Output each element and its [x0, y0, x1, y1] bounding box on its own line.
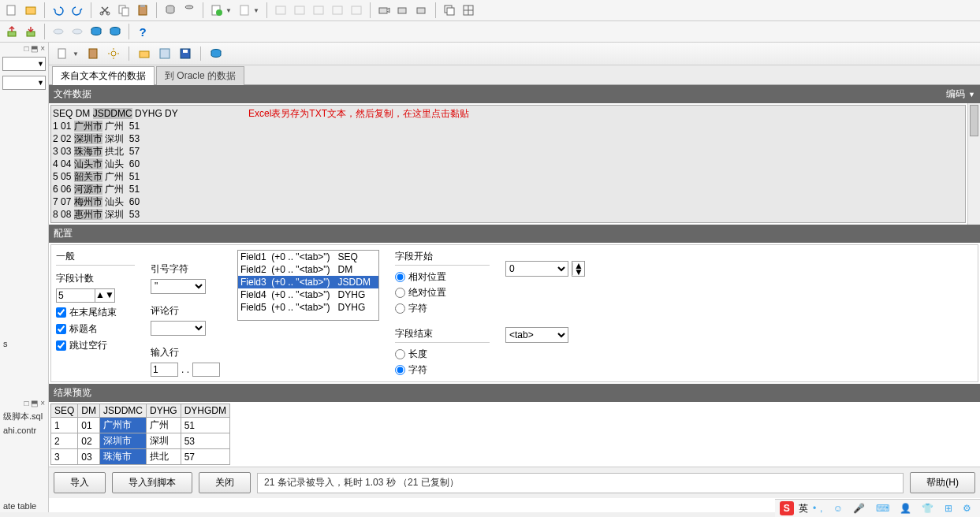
preview-col-header[interactable]: DYHG	[147, 404, 181, 418]
sql2-icon[interactable]	[69, 23, 86, 40]
export-icon[interactable]	[3, 23, 20, 40]
import-script-button[interactable]: 导入到脚本	[112, 472, 192, 493]
et-new-icon[interactable]	[54, 45, 71, 62]
skip-empty-check[interactable]: 跳过空行	[56, 339, 135, 352]
preview-col-header[interactable]: DM	[78, 404, 100, 418]
field-count-input[interactable]	[56, 288, 95, 303]
end-trim-check[interactable]: 在末尾结束	[56, 306, 135, 319]
dropdown-icon[interactable]: ▼	[225, 7, 232, 14]
preview-row[interactable]: 202深圳市深圳53	[51, 433, 230, 449]
combo-1[interactable]: ▼	[2, 57, 46, 71]
add-icon[interactable]	[208, 2, 225, 19]
disk1-icon[interactable]	[88, 23, 105, 40]
new-icon[interactable]	[3, 2, 20, 19]
tab-to-oracle[interactable]: 到 Oracle 的数据	[156, 66, 244, 85]
file-row[interactable]: 3 03 珠海市 拱北 57	[53, 145, 963, 158]
paste-icon[interactable]	[134, 2, 151, 19]
ime-label[interactable]: 英	[799, 502, 808, 513]
comment-select[interactable]	[151, 321, 206, 336]
tray-icons[interactable]: •, ☺ 🎤 ⌨ 👤 👕 ⊞ ⚙	[813, 503, 975, 512]
help-icon[interactable]: ?	[134, 23, 151, 40]
dropdown2-icon[interactable]: ▼	[253, 7, 259, 14]
field-list-item[interactable]: Field4 (+0 .. "<tab>") DYHG	[238, 288, 378, 301]
start-val-select[interactable]: 0	[505, 261, 568, 277]
open-icon[interactable]	[22, 2, 39, 19]
file-row[interactable]: 5 05 韶关市 广州 51	[53, 170, 963, 183]
input-rows-to[interactable]	[192, 363, 220, 377]
cam1-icon[interactable]	[375, 2, 393, 19]
char-start-radio[interactable]: 字符	[395, 302, 490, 315]
rel-pos-radio[interactable]: 相对位置	[395, 270, 490, 284]
cam2-icon[interactable]	[394, 2, 412, 19]
db2-icon[interactable]	[181, 2, 198, 19]
ime-icon[interactable]: S	[780, 501, 794, 512]
preview-col-header[interactable]: SEQ	[51, 404, 78, 418]
doc-icon[interactable]	[236, 2, 253, 19]
field-list[interactable]: Field1 (+0 .. "<tab>") SEQField2 (+0 .. …	[237, 250, 379, 321]
t3-icon[interactable]	[310, 2, 327, 19]
config-header: 配置	[49, 225, 980, 243]
et-dd-icon[interactable]: ▼	[73, 50, 79, 58]
t2-icon[interactable]	[291, 2, 308, 19]
tab-from-text[interactable]: 来自文本文件的数据	[52, 66, 155, 85]
win1-icon[interactable]	[441, 2, 458, 19]
end-char-select[interactable]: <tab>	[505, 327, 568, 343]
side-file-3[interactable]: ate table	[0, 500, 48, 512]
t5-icon[interactable]	[348, 2, 365, 19]
side-file-2[interactable]: ahi.contr	[0, 424, 48, 437]
disk2-icon[interactable]	[106, 23, 124, 40]
import-button[interactable]: 导入	[54, 472, 106, 493]
copy-icon[interactable]	[115, 2, 132, 19]
preview-row[interactable]: 101广州市广州51	[51, 418, 230, 433]
file-row[interactable]: 8 08 惠州市 深圳 53	[53, 208, 963, 221]
preview-table[interactable]: SEQDMJSDDMCDYHGDYHGDM101广州市广州51202深圳市深圳5…	[50, 404, 230, 465]
cam3-icon[interactable]	[413, 2, 430, 19]
preview-col-header[interactable]: DYHGDM	[181, 404, 229, 418]
title-name-check[interactable]: 标题名	[56, 322, 135, 336]
input-rows-label: 输入行	[151, 346, 222, 359]
char-end-radio[interactable]: 字符	[395, 363, 490, 377]
et-db-icon[interactable]	[207, 45, 225, 62]
et-paste-icon[interactable]	[84, 45, 102, 62]
t4-icon[interactable]	[329, 2, 346, 19]
et-open-icon[interactable]	[136, 45, 153, 62]
redo-icon[interactable]	[69, 2, 86, 19]
et-disk-icon[interactable]	[177, 45, 194, 62]
abs-pos-radio[interactable]: 绝对位置	[395, 286, 490, 299]
cut-icon[interactable]	[96, 2, 114, 19]
field-list-item[interactable]: Field2 (+0 .. "<tab>") DM	[238, 263, 378, 276]
help-button[interactable]: 帮助(H)	[910, 472, 975, 493]
sql1-icon[interactable]	[50, 23, 67, 40]
panel-pins-2[interactable]: □ ⬒ ×	[0, 397, 48, 409]
file-data-area[interactable]: Excel表另存为TXT文本，然后复制，在这里点击黏贴 SEQ DM JSDDM…	[50, 105, 966, 223]
undo-icon[interactable]	[50, 2, 67, 19]
file-row[interactable]: 6 06 河源市 广州 51	[53, 183, 963, 195]
et-save-icon[interactable]	[156, 45, 173, 62]
encoding-dropdown-icon[interactable]: ▼	[968, 91, 975, 99]
combo-2[interactable]: ▼	[2, 76, 46, 90]
scrollbar[interactable]	[967, 103, 980, 225]
file-row[interactable]: 7 07 梅州市 汕头 60	[53, 195, 963, 208]
field-list-item[interactable]: Field5 (+0 .. "<tab>") DYHG	[238, 301, 378, 314]
grid-icon[interactable]	[460, 2, 477, 19]
et-sun-icon[interactable]	[105, 45, 122, 62]
preview-row[interactable]: 303珠海市拱北57	[51, 449, 230, 465]
file-row[interactable]: 1 01 广州市 广州 51	[53, 120, 963, 132]
t1-icon[interactable]	[272, 2, 289, 19]
quote-char-select[interactable]: "	[151, 279, 206, 294]
side-file-1[interactable]: 级脚本.sql	[0, 409, 48, 424]
field-start-label: 字段开始	[395, 250, 490, 266]
file-row[interactable]: 2 02 深圳市 深圳 53	[53, 132, 963, 145]
svg-rect-12	[240, 6, 248, 15]
import-icon[interactable]	[22, 23, 39, 40]
preview-col-header[interactable]: JSDDMC	[100, 404, 147, 418]
input-rows-from[interactable]	[151, 363, 178, 377]
field-list-item[interactable]: Field1 (+0 .. "<tab>") SEQ	[238, 251, 378, 263]
close-button[interactable]: 关闭	[199, 472, 251, 493]
file-row[interactable]: 4 04 汕头市 汕头 60	[53, 158, 963, 170]
length-radio[interactable]: 长度	[395, 348, 490, 361]
start-val-spinner[interactable]: ▲▼	[572, 261, 585, 277]
panel-pins[interactable]: □ ⬒ ×	[0, 43, 48, 54]
field-list-item[interactable]: Field3 (+0 .. "<tab>") JSDDM	[238, 276, 378, 288]
db-icon[interactable]	[162, 2, 179, 19]
